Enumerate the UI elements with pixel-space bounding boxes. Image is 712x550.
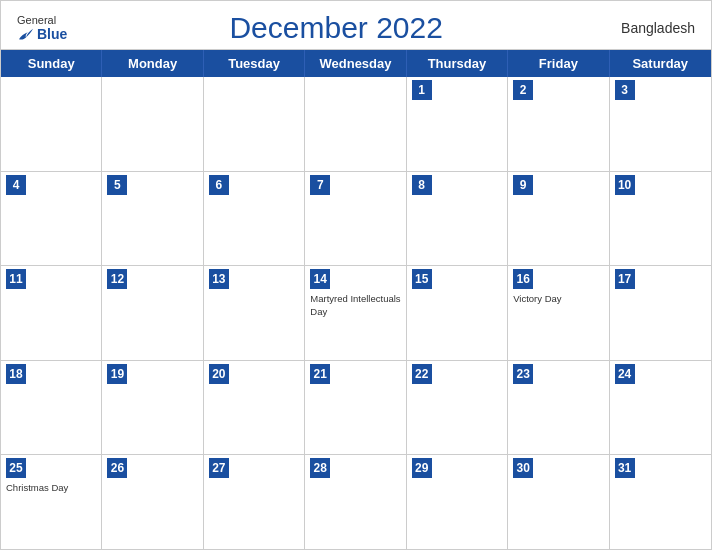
day-cell: 27 — [204, 455, 305, 549]
day-headers-row: SundayMondayTuesdayWednesdayThursdayFrid… — [1, 50, 711, 77]
day-number: 12 — [107, 269, 127, 289]
day-number: 3 — [615, 80, 635, 100]
day-cell: 18 — [1, 361, 102, 455]
day-number: 7 — [310, 175, 330, 195]
holiday-text: Martyred Intellectuals Day — [310, 293, 400, 318]
day-header-thursday: Thursday — [407, 50, 508, 77]
day-header-wednesday: Wednesday — [305, 50, 406, 77]
day-number — [6, 80, 26, 100]
logo-blue-text: Blue — [17, 26, 67, 42]
day-header-friday: Friday — [508, 50, 609, 77]
day-cell: 6 — [204, 172, 305, 266]
day-number: 17 — [615, 269, 635, 289]
weeks-container: 1234567891011121314Martyred Intellectual… — [1, 77, 711, 549]
day-cell: 28 — [305, 455, 406, 549]
day-number: 11 — [6, 269, 26, 289]
logo: General Blue — [17, 14, 67, 42]
week-row-2: 45678910 — [1, 172, 711, 267]
day-cell: 31 — [610, 455, 711, 549]
day-cell: 1 — [407, 77, 508, 171]
day-number: 4 — [6, 175, 26, 195]
logo-general-text: General — [17, 14, 56, 26]
day-cell: 4 — [1, 172, 102, 266]
month-title: December 2022 — [67, 11, 605, 45]
day-number: 14 — [310, 269, 330, 289]
day-cell: 3 — [610, 77, 711, 171]
day-number: 22 — [412, 364, 432, 384]
day-number: 8 — [412, 175, 432, 195]
day-cell: 17 — [610, 266, 711, 360]
day-number — [310, 80, 330, 100]
day-cell: 22 — [407, 361, 508, 455]
holiday-text: Christmas Day — [6, 482, 96, 494]
day-cell: 12 — [102, 266, 203, 360]
day-number: 20 — [209, 364, 229, 384]
holiday-text: Victory Day — [513, 293, 603, 305]
day-cell: 16Victory Day — [508, 266, 609, 360]
day-cell: 24 — [610, 361, 711, 455]
day-header-tuesday: Tuesday — [204, 50, 305, 77]
day-cell: 30 — [508, 455, 609, 549]
day-header-saturday: Saturday — [610, 50, 711, 77]
day-cell — [1, 77, 102, 171]
day-cell: 2 — [508, 77, 609, 171]
day-cell: 7 — [305, 172, 406, 266]
day-number: 5 — [107, 175, 127, 195]
day-cell: 9 — [508, 172, 609, 266]
day-number — [209, 80, 229, 100]
day-header-monday: Monday — [102, 50, 203, 77]
day-number: 16 — [513, 269, 533, 289]
day-number: 9 — [513, 175, 533, 195]
calendar-container: General Blue December 2022 Bangladesh Su… — [0, 0, 712, 550]
day-number: 19 — [107, 364, 127, 384]
logo-bird-icon — [17, 27, 35, 41]
day-number: 24 — [615, 364, 635, 384]
day-cell: 15 — [407, 266, 508, 360]
calendar-grid: SundayMondayTuesdayWednesdayThursdayFrid… — [1, 49, 711, 549]
day-cell — [204, 77, 305, 171]
day-number: 15 — [412, 269, 432, 289]
week-row-3: 11121314Martyred Intellectuals Day1516Vi… — [1, 266, 711, 361]
day-cell: 11 — [1, 266, 102, 360]
day-cell: 29 — [407, 455, 508, 549]
day-cell: 10 — [610, 172, 711, 266]
day-number: 25 — [6, 458, 26, 478]
day-number: 2 — [513, 80, 533, 100]
day-cell — [102, 77, 203, 171]
day-cell: 26 — [102, 455, 203, 549]
day-cell: 20 — [204, 361, 305, 455]
day-cell: 25Christmas Day — [1, 455, 102, 549]
day-number: 28 — [310, 458, 330, 478]
day-cell: 13 — [204, 266, 305, 360]
day-header-sunday: Sunday — [1, 50, 102, 77]
day-number: 13 — [209, 269, 229, 289]
week-row-1: 123 — [1, 77, 711, 172]
day-cell: 14Martyred Intellectuals Day — [305, 266, 406, 360]
day-cell: 8 — [407, 172, 508, 266]
day-number: 31 — [615, 458, 635, 478]
day-number: 23 — [513, 364, 533, 384]
day-number: 26 — [107, 458, 127, 478]
day-cell: 21 — [305, 361, 406, 455]
day-number — [107, 80, 127, 100]
day-cell: 5 — [102, 172, 203, 266]
week-row-4: 18192021222324 — [1, 361, 711, 456]
day-number: 21 — [310, 364, 330, 384]
day-cell — [305, 77, 406, 171]
day-cell: 19 — [102, 361, 203, 455]
country-label: Bangladesh — [605, 20, 695, 36]
day-number: 18 — [6, 364, 26, 384]
day-number: 29 — [412, 458, 432, 478]
week-row-5: 25Christmas Day262728293031 — [1, 455, 711, 549]
day-number: 1 — [412, 80, 432, 100]
calendar-header: General Blue December 2022 Bangladesh — [1, 1, 711, 49]
day-number: 10 — [615, 175, 635, 195]
day-number: 27 — [209, 458, 229, 478]
day-number: 30 — [513, 458, 533, 478]
day-number: 6 — [209, 175, 229, 195]
day-cell: 23 — [508, 361, 609, 455]
